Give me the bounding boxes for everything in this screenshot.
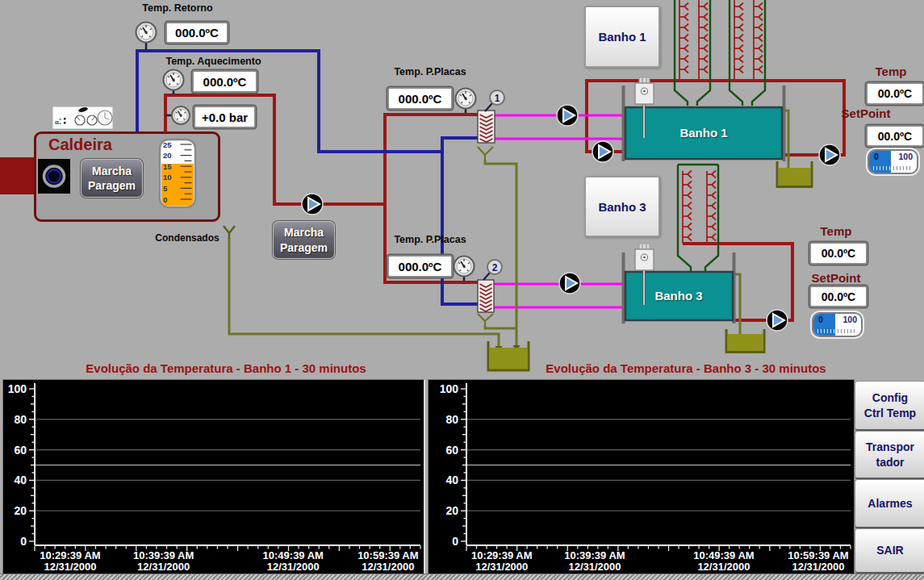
- banho1-selector-button[interactable]: Banho 1: [584, 6, 660, 68]
- boiler-start-stop-line2: Paragem: [88, 178, 136, 193]
- banho3-setpoint-display[interactable]: 00.0ºC: [809, 286, 868, 307]
- temp-aquecimento-label: Temp. Aquecimento: [155, 56, 272, 67]
- temp-pplacas2-display: 000.0ºC: [387, 255, 453, 277]
- chart-element: 0: [452, 535, 458, 548]
- exchanger-funnel-icons: [478, 147, 493, 326]
- trend-chart-banho3-canvas: 02040608010010:29:39 AM12/31/200010:39:3…: [429, 380, 854, 575]
- temp-pplacas2-label: Temp. P.Placas: [385, 234, 475, 245]
- chart-element: 10:49:39 AM: [693, 549, 754, 561]
- boiler-title: Caldeira: [48, 136, 145, 154]
- chart-element: 60: [14, 444, 27, 457]
- chart-title-banho1: Evolução da Temperatura - Banho 1 - 30 m…: [36, 361, 416, 375]
- boiler-start-stop-button[interactable]: Marcha Paragem: [81, 159, 143, 198]
- tag-badge-1: 1: [485, 90, 504, 111]
- nav-label: Transpor: [866, 440, 914, 454]
- chimney-block: [0, 157, 34, 194]
- overflow-tank-banho1: [777, 161, 812, 187]
- condensados-label: Condensados: [147, 232, 228, 244]
- svg-text:α⁚: α⁚: [55, 119, 61, 126]
- nav-button-config-ctrl-temp[interactable]: Config Ctrl Temp: [855, 381, 924, 431]
- chart-element: 0: [20, 535, 27, 548]
- nav-label: Config: [872, 390, 908, 405]
- chart-element: 12/31/2000: [697, 561, 750, 573]
- chart-element: 100: [440, 382, 459, 395]
- spray-column-banho1-b: [730, 0, 765, 106]
- nav-label: Ctrl Temp: [864, 406, 916, 420]
- plate-exchanger-1: [478, 111, 495, 143]
- pump-start-stop-line1: Marcha: [284, 225, 324, 240]
- trend-chart-banho1-canvas: 02040608010010:29:39 AM12/31/200010:39:3…: [3, 380, 424, 575]
- chart-element: 40: [445, 474, 458, 486]
- pipe-hot-water: [165, 81, 844, 320]
- svg-text:2: 2: [492, 262, 498, 273]
- gauge-icon-temp-aquecimento: [164, 70, 184, 90]
- nav-button-alarmes[interactable]: Alarmes: [855, 479, 924, 528]
- tank-walls-banho3: [624, 252, 734, 323]
- chart-title-banho3: Evolução da Temperatura - Banho 3 - 30 m…: [496, 361, 876, 375]
- pump-icon: [302, 194, 323, 215]
- nav-label: Alarmes: [868, 496, 912, 511]
- tag-badge-2: 2: [483, 260, 502, 280]
- pump-icon: [592, 141, 613, 162]
- overflow-tank-banho3: [726, 329, 764, 353]
- window-resize-strip: [0, 574, 924, 580]
- banho1-setpoint-display[interactable]: 00.0ºC: [866, 125, 924, 147]
- chart-element: 100: [8, 382, 27, 395]
- pump-start-stop-line2: Paragem: [280, 240, 328, 255]
- slider-ticks: [817, 329, 837, 333]
- chart-element: 60: [445, 444, 458, 457]
- pump-icon: [767, 310, 788, 331]
- nav-label: tador: [876, 455, 905, 469]
- spray-ladder-icon: [734, 0, 763, 81]
- chart-element: 10:59:39 AM: [357, 549, 418, 561]
- banho1-setpoint-label: SetPoint: [837, 106, 895, 120]
- svg-text:1: 1: [495, 93, 500, 104]
- circulation-pump-start-stop-button[interactable]: Marcha Paragem: [273, 221, 335, 259]
- temp-pplacas1-label: Temp. P.Placas: [385, 66, 475, 77]
- temp-retorno-display: 000.0ºC: [165, 22, 228, 44]
- slider-ticks: [893, 166, 913, 170]
- pump-icon: [559, 273, 580, 294]
- gauge-icon-pressure: [172, 106, 190, 124]
- slider-min-label: 0: [818, 315, 823, 324]
- chart-element: 10:59:39 AM: [788, 549, 848, 561]
- banho3-setpoint-slider[interactable]: 0 100: [812, 312, 863, 337]
- chart-element: 12/31/2000: [568, 561, 621, 573]
- spray-column-banho3: [678, 165, 718, 271]
- chart-element: 80: [14, 413, 27, 426]
- nav-button-transportador[interactable]: Transpor tador: [855, 431, 924, 479]
- trend-chart-banho1: 02040608010010:29:39 AM12/31/200010:39:3…: [2, 379, 425, 576]
- banho3-temp-display: 00.0ºC: [809, 242, 868, 265]
- pump-icon: [557, 105, 578, 126]
- plate-exchanger-1-plates: [480, 115, 493, 142]
- spray-column-banho1-a: [675, 0, 710, 106]
- banho3-setpoint-label: SetPoint: [807, 271, 865, 285]
- banho1-setpoint-slider[interactable]: 0 100: [868, 149, 918, 174]
- plate-exchanger-2-plates: [480, 284, 492, 311]
- trend-chart-banho3: 02040608010010:29:39 AM12/31/200010:39:3…: [428, 379, 855, 576]
- temp-aquecimento-display: 000.0ºC: [192, 70, 257, 93]
- tank-banho3-label: Banho 3: [618, 289, 739, 303]
- chart-element: 12/31/2000: [362, 561, 414, 573]
- banho3-temp-label: Temp: [816, 224, 856, 238]
- burner-control-panel-icon: α⁚: [52, 106, 113, 129]
- slider-ticks: [873, 166, 893, 170]
- chart-element: 12/31/2000: [475, 561, 528, 573]
- tank-walls-banho1: [624, 86, 784, 161]
- nav-button-sair[interactable]: SAIR: [855, 528, 924, 574]
- chart-element: 10:49:39 AM: [263, 549, 324, 561]
- temp-pplacas1-display: 000.0ºC: [387, 87, 453, 110]
- chart-element: 12/31/2000: [792, 561, 844, 573]
- gauge-icon-pplacas-1: [456, 89, 476, 109]
- chart-element: 20: [14, 504, 27, 517]
- hmi-screen: 02040608010010:29:39 AM12/31/200010:39:3…: [0, 0, 924, 580]
- gauge-icon-pplacas-2: [454, 257, 475, 277]
- chart-element: 20: [445, 504, 458, 517]
- chart-element: 12/31/2000: [137, 561, 190, 573]
- chart-element: 40: [14, 474, 27, 486]
- tank-banho1-label: Banho 1: [643, 126, 764, 140]
- chart-element: 12/31/2000: [44, 561, 96, 573]
- slider-max-label: 100: [898, 152, 913, 161]
- plate-exchanger-2: [478, 280, 494, 312]
- banho3-selector-button[interactable]: Banho 3: [584, 176, 660, 237]
